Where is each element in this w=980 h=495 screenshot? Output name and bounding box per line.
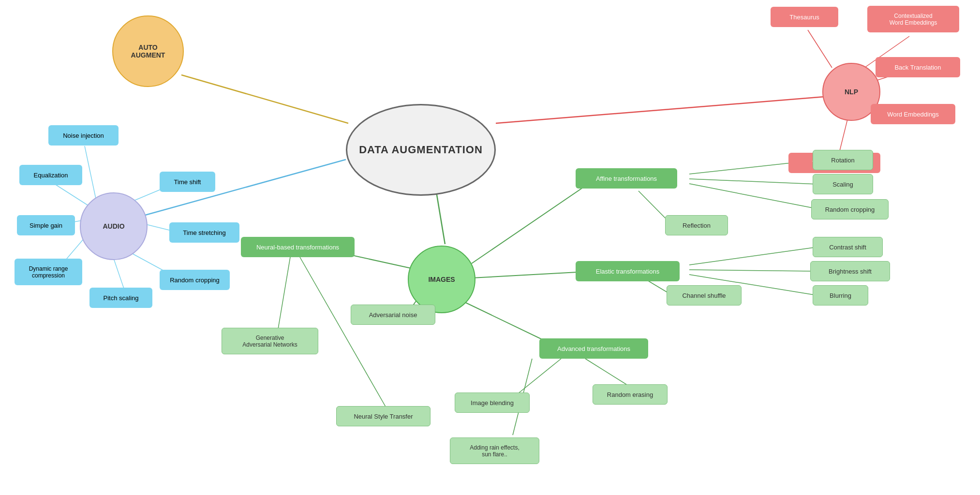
leaf-thesaurus: Thesaurus xyxy=(771,7,838,27)
images-label: IMAGES xyxy=(428,276,455,283)
leaf-gan: GenerativeAdversarial Networks xyxy=(222,328,318,354)
leaf-channel-shuffle: Channel shuffle xyxy=(667,285,742,306)
mind-map-container: DATA AUGMENTATION AUTOAUGMENT AUDIO NLP … xyxy=(0,0,980,495)
svg-line-0 xyxy=(181,75,348,123)
leaf-dynamic-range: Dynamic rangecompression xyxy=(15,259,82,285)
leaf-image-blending: Image blending xyxy=(455,393,530,413)
leaf-pitch-scaling: Pitch scaling xyxy=(89,288,152,308)
leaf-scaling: Scaling xyxy=(813,174,873,194)
leaf-reflection: Reflection xyxy=(665,215,728,235)
autoaugment-label: AUTOAUGMENT xyxy=(131,44,165,59)
nlp-label: NLP xyxy=(845,88,858,96)
svg-line-4 xyxy=(85,146,97,203)
center-label: DATA AUGMENTATION xyxy=(359,144,483,156)
leaf-rain-effects: Adding rain effects,sun flare.. xyxy=(450,437,539,464)
node-advanced: Advanced transformations xyxy=(539,338,648,359)
hub-audio: AUDIO xyxy=(80,192,148,260)
svg-line-23 xyxy=(689,179,817,184)
leaf-back-translation: Back Translation xyxy=(876,57,960,77)
leaf-time-stretching: Time stretching xyxy=(169,222,239,243)
leaf-brightness-shift: Brightness shift xyxy=(810,261,890,281)
svg-line-5 xyxy=(56,185,92,208)
leaf-equalization: Equalization xyxy=(19,165,82,185)
hub-autoaugment: AUTOAUGMENT xyxy=(112,15,184,87)
leaf-time-shift: Time shift xyxy=(160,172,215,192)
svg-line-2 xyxy=(496,97,825,123)
leaf-blurring: Blurring xyxy=(813,285,868,306)
svg-line-26 xyxy=(689,247,817,265)
svg-line-27 xyxy=(689,270,815,271)
node-adversarial-noise: Adversarial noise xyxy=(351,305,435,325)
leaf-contextualized: ContextualizedWord Embeddings xyxy=(867,6,959,32)
leaf-random-cropping-img: Random cropping xyxy=(811,199,889,219)
center-node: DATA AUGMENTATION xyxy=(346,104,496,196)
audio-label: AUDIO xyxy=(103,222,124,230)
svg-line-3 xyxy=(435,186,445,244)
node-elastic: Elastic transformations xyxy=(576,261,680,281)
leaf-noise-injection: Noise injection xyxy=(48,125,119,146)
svg-line-17 xyxy=(472,179,595,263)
leaf-random-erasing: Random erasing xyxy=(593,384,668,405)
hub-images: IMAGES xyxy=(408,246,475,313)
svg-line-24 xyxy=(689,184,815,208)
leaf-neural-style: Neural Style Transfer xyxy=(336,406,431,426)
svg-line-33 xyxy=(278,257,290,329)
leaf-random-cropping-audio: Random cropping xyxy=(160,270,230,290)
leaf-simple-gain: Simple gain xyxy=(17,215,75,235)
leaf-contrast-shift: Contrast shift xyxy=(813,237,883,257)
leaf-rotation: Rotation xyxy=(813,150,873,170)
leaf-word-embeddings: Word Embeddings xyxy=(871,104,955,124)
svg-line-12 xyxy=(808,30,832,68)
node-neural: Neural-based transformations xyxy=(241,237,355,257)
node-affine: Affine transformations xyxy=(576,168,677,189)
